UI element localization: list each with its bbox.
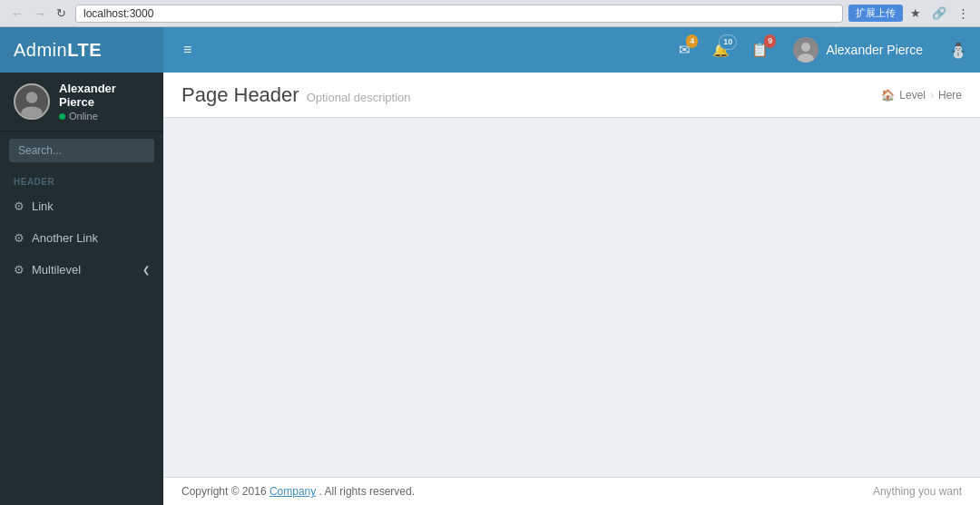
status-dot — [59, 113, 65, 120]
notifications-badge: 10 — [719, 34, 737, 50]
user-panel: Alexander Pierce Online — [0, 73, 163, 131]
sidebar-item-multilevel[interactable]: ⚙ Multilevel ❮ — [0, 254, 163, 286]
multilevel-arrow-icon: ❮ — [142, 265, 150, 275]
user-panel-status: Online — [59, 111, 150, 121]
breadcrumb: 🏠 Level › Here — [881, 89, 962, 102]
sidebar-multilevel-link[interactable]: ⚙ Multilevel ❮ — [0, 254, 163, 286]
messages-badge: 4 — [686, 34, 698, 48]
svg-point-4 — [26, 92, 38, 103]
sidebar-toggle-button[interactable]: ≡ — [172, 34, 202, 65]
logo-suffix: LTE — [67, 40, 102, 60]
svg-point-1 — [801, 43, 810, 52]
content-area: Page Header Optional description 🏠 Level… — [163, 73, 980, 505]
navbar-right: ✉ 4 🔔 10 📋 9 — [668, 27, 980, 73]
sidebar-avatar-image — [15, 83, 48, 120]
menu-button[interactable]: ⋮ — [954, 5, 973, 22]
sidebar-section-header: HEADER — [0, 170, 163, 190]
content-header-left: Page Header Optional description — [181, 83, 411, 107]
extensions-button[interactable]: 🔗 — [928, 5, 950, 22]
browser-actions: 扩展上传 ★ 🔗 ⋮ — [848, 5, 973, 22]
sidebar-nav-label-0: Link — [32, 199, 54, 213]
tasks-badge: 9 — [764, 34, 776, 48]
breadcrumb-here: Here — [938, 89, 962, 102]
breadcrumb-home-icon: 🏠 — [881, 89, 895, 102]
extension-upload-button[interactable]: 扩展上传 — [848, 5, 903, 22]
sidebar-another-link[interactable]: ⚙ Another Link — [0, 222, 163, 254]
url-bar[interactable] — [75, 5, 843, 23]
content-header: Page Header Optional description 🏠 Level… — [163, 73, 980, 118]
page-description: Optional description — [307, 91, 411, 104]
logo: AdminLTE — [0, 27, 163, 73]
tasks-button[interactable]: 📋 9 — [740, 27, 779, 73]
sidebar-item-another-link[interactable]: ⚙ Another Link — [0, 222, 163, 254]
sidebar: Alexander Pierce Online 🔍 HEADER — [0, 73, 163, 505]
user-menu[interactable]: Alexander Pierce — [779, 27, 936, 73]
sidebar-nav-label-1: Another Link — [32, 231, 98, 245]
browser-nav-buttons: ← → ↻ — [7, 5, 70, 23]
svg-point-5 — [21, 106, 42, 119]
page-title: Page Header — [181, 83, 299, 107]
user-panel-name: Alexander Pierce — [59, 82, 150, 109]
multilevel-icon: ⚙ — [14, 263, 24, 277]
nav-avatar — [793, 37, 818, 63]
logo-prefix: Admin — [14, 40, 67, 60]
footer-left: Copyright © 2016 Company . All rights re… — [181, 485, 415, 498]
sidebar-nav-label-2: Multilevel — [32, 263, 81, 277]
back-button[interactable]: ← — [7, 5, 27, 23]
bookmark-star-button[interactable]: ★ — [906, 5, 925, 22]
nav-username: Alexander Pierce — [826, 43, 923, 57]
search-input[interactable] — [9, 139, 154, 162]
footer-rights: . All rights reserved. — [319, 485, 415, 498]
status-text: Online — [69, 111, 98, 121]
sidebar-item-link[interactable]: ⚙ Link — [0, 190, 163, 222]
sidebar-avatar — [14, 83, 50, 120]
sidebar-search: 🔍 — [0, 131, 163, 170]
sidebar-nav: ⚙ Link ⚙ Another Link ⚙ Multilevel ❮ — [0, 190, 163, 286]
another-link-icon: ⚙ — [14, 231, 24, 245]
link-icon: ⚙ — [14, 199, 24, 213]
share-icon: ⛄ — [949, 42, 967, 59]
sidebar-link-link[interactable]: ⚙ Link — [0, 190, 163, 222]
notifications-button[interactable]: 🔔 10 — [701, 27, 740, 73]
footer-copyright: Copyright © 2016 — [181, 485, 267, 498]
messages-button[interactable]: ✉ 4 — [668, 27, 701, 73]
avatar-image — [793, 37, 818, 63]
reload-button[interactable]: ↻ — [53, 5, 70, 22]
footer-right: Anything you want — [873, 485, 962, 498]
navbar-left: ≡ — [163, 34, 211, 65]
browser-chrome: ← → ↻ 扩展上传 ★ 🔗 ⋮ — [0, 0, 980, 27]
sidebar-search-inner: 🔍 — [9, 139, 154, 162]
user-panel-info: Alexander Pierce Online — [59, 82, 150, 121]
logo-text: AdminLTE — [14, 40, 102, 61]
breadcrumb-separator: › — [930, 89, 934, 102]
content-body — [163, 118, 980, 477]
share-button[interactable]: ⛄ — [936, 27, 980, 73]
forward-button[interactable]: → — [30, 5, 50, 23]
app-wrapper: AdminLTE ≡ ✉ 4 🔔 10 📋 9 — [0, 27, 980, 505]
footer-company-link[interactable]: Company — [270, 485, 316, 498]
content-wrapper-outer: Alexander Pierce Online 🔍 HEADER — [0, 73, 980, 505]
main-footer: Copyright © 2016 Company . All rights re… — [163, 477, 980, 505]
breadcrumb-level: Level — [899, 89, 926, 102]
main-header: AdminLTE ≡ ✉ 4 🔔 10 📋 9 — [0, 27, 980, 73]
